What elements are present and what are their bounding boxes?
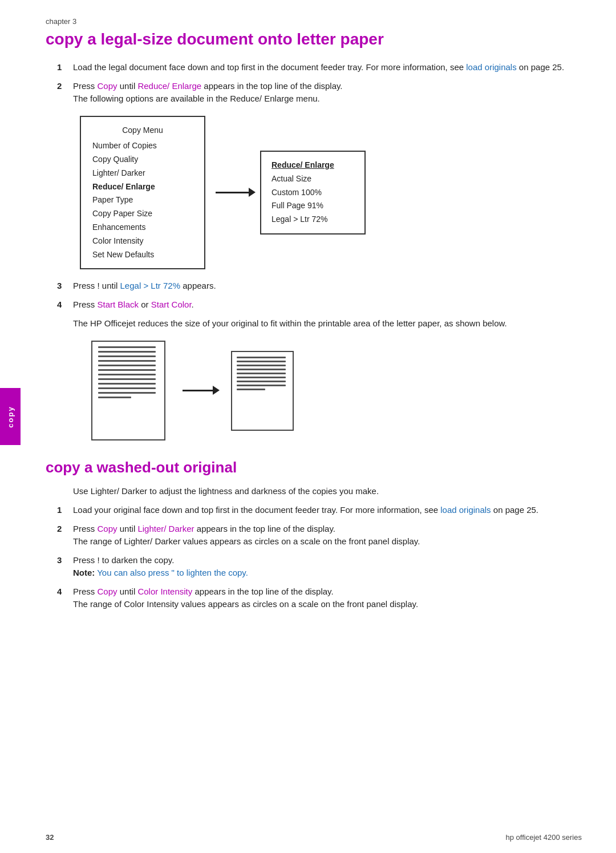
step-1: 1 Load the legal document face down and … <box>57 61 582 74</box>
s2-step-1-content: Load your original face down and top fir… <box>73 504 582 517</box>
sline5 <box>237 373 286 374</box>
line10 <box>98 387 156 389</box>
submenu-box: Reduce/ Enlarge Actual Size Custom 100% … <box>260 151 366 235</box>
step-num-1: 1 <box>57 61 73 74</box>
chapter-label: chapter 3 <box>46 17 582 26</box>
menu-title: Copy Menu <box>92 124 193 138</box>
line3 <box>98 355 156 357</box>
line7 <box>98 374 156 375</box>
side-tab-label: copy <box>6 406 15 427</box>
line1 <box>98 346 156 348</box>
section2-title: copy a washed-out original <box>46 459 582 476</box>
step2-link2[interactable]: Reduce/ Enlarge <box>137 81 201 91</box>
step4-text-after: . <box>192 300 194 309</box>
menu-item-copies: Number of Copies <box>92 139 193 153</box>
submenu-item-actual: Actual Size <box>271 172 354 186</box>
menu-item-enhancements: Enhancements <box>92 221 193 235</box>
s2-step-2: 2 Press Copy until Lighter/ Darker appea… <box>57 523 582 548</box>
paper-arrow <box>183 390 214 391</box>
menu-item-reduce: Reduce/ Enlarge <box>92 180 193 194</box>
menu-item-lighter: Lighter/ Darker <box>92 167 193 180</box>
step2-link1[interactable]: Copy <box>98 81 117 91</box>
line11 <box>98 392 156 394</box>
section1-steps-34: 3 Press ! until Legal > Ltr 72% appears.… <box>57 280 582 311</box>
s2-step-num-3: 3 <box>57 554 73 580</box>
line9 <box>98 383 156 385</box>
sline6 <box>237 377 286 378</box>
step-1-content: Load the legal document face down and to… <box>73 61 582 74</box>
step-4-content: Press Start Black or Start Color. <box>73 298 582 312</box>
s2-step4-before: Press <box>73 587 98 596</box>
menu-item-paper-size: Copy Paper Size <box>92 207 193 221</box>
sline9 <box>237 389 265 390</box>
step3-link[interactable]: Legal > Ltr 72% <box>120 281 181 290</box>
paper-diagram <box>91 341 582 440</box>
menu-diagram: Copy Menu Number of Copies Copy Quality … <box>80 116 582 270</box>
s2-step-4: 4 Press Copy until Color Intensity appea… <box>57 585 582 611</box>
sline7 <box>237 381 286 382</box>
s2-step4-link1[interactable]: Copy <box>98 587 117 596</box>
submenu-item-custom: Custom 100% <box>271 186 354 200</box>
step-num-3: 3 <box>57 280 73 293</box>
step3-text-before: Press ! until <box>73 281 120 290</box>
paper-large <box>91 341 165 440</box>
line4 <box>98 360 156 362</box>
paper-small <box>231 351 294 431</box>
section1-steps: 1 Load the legal document face down and … <box>57 61 582 106</box>
step4-link2[interactable]: Start Color <box>151 300 192 309</box>
s2-step4-link2[interactable]: Color Intensity <box>137 587 192 596</box>
s2-step-num-4: 4 <box>57 585 73 611</box>
sline3 <box>237 365 286 366</box>
menu-item-quality: Copy Quality <box>92 153 193 167</box>
step-2-content: Press Copy until Reduce/ Enlarge appears… <box>73 80 582 106</box>
s2-step3-text: Press ! to darken the copy. <box>73 555 174 565</box>
s2-step2-link1[interactable]: Copy <box>98 524 117 533</box>
menu-item-color: Color Intensity <box>92 235 193 248</box>
s2-step1-before: Load your original face down and top fir… <box>73 505 440 515</box>
s2-step1-link[interactable]: load originals <box>440 505 491 515</box>
side-tab: copy <box>0 388 21 445</box>
step-3: 3 Press ! until Legal > Ltr 72% appears. <box>57 280 582 293</box>
paper-arrow-line <box>183 390 214 391</box>
footer-brand: hp officejet 4200 series <box>506 833 582 842</box>
s2-step1-after: on page 25. <box>491 505 538 515</box>
s2-step2-before: Press <box>73 524 98 533</box>
s2-step-1: 1 Load your original face down and top f… <box>57 504 582 517</box>
sline1 <box>237 357 286 358</box>
s2-step2-link2[interactable]: Lighter/ Darker <box>137 524 194 533</box>
step1-link[interactable]: load originals <box>466 62 516 72</box>
line5 <box>98 365 156 366</box>
s2-step-num-2: 2 <box>57 523 73 548</box>
step-num-2: 2 <box>57 80 73 106</box>
menu-arrow <box>216 192 250 193</box>
submenu-item-reduce: Reduce/ Enlarge <box>271 159 354 172</box>
menu-box: Copy Menu Number of Copies Copy Quality … <box>80 116 205 270</box>
sline2 <box>237 361 286 362</box>
s2-step2-mid: until <box>117 524 138 533</box>
step-num-4: 4 <box>57 298 73 312</box>
footer-page-number: 32 <box>46 833 54 842</box>
note-label: Note: <box>73 568 95 577</box>
step4-text-mid: or <box>139 300 151 309</box>
footer: 32 hp officejet 4200 series <box>0 833 616 842</box>
arrow-line <box>216 192 250 193</box>
line12 <box>98 397 131 398</box>
line6 <box>98 369 156 371</box>
step-3-content: Press ! until Legal > Ltr 72% appears. <box>73 280 582 293</box>
s2-step-num-1: 1 <box>57 504 73 517</box>
section2-intro: Use Lighter/ Darker to adjust the lightn… <box>73 484 582 498</box>
step3-text-after: appears. <box>180 281 216 290</box>
step4-link1[interactable]: Start Black <box>98 300 139 309</box>
sline4 <box>237 369 286 370</box>
s2-step4-mid: until <box>117 587 138 596</box>
submenu-item-full: Full Page 91% <box>271 199 354 213</box>
section1-title: copy a legal-size document onto letter p… <box>46 30 582 48</box>
step4-text-before: Press <box>73 300 98 309</box>
line2 <box>98 351 156 353</box>
step1-text-after: on page 25. <box>517 62 564 72</box>
step1-text-before: Load the legal document face down and to… <box>73 62 466 72</box>
s2-step-4-content: Press Copy until Color Intensity appears… <box>73 585 582 611</box>
s2-step-2-content: Press Copy until Lighter/ Darker appears… <box>73 523 582 548</box>
line8 <box>98 378 156 380</box>
s2-step-3-content: Press ! to darken the copy. Note: You ca… <box>73 554 582 580</box>
